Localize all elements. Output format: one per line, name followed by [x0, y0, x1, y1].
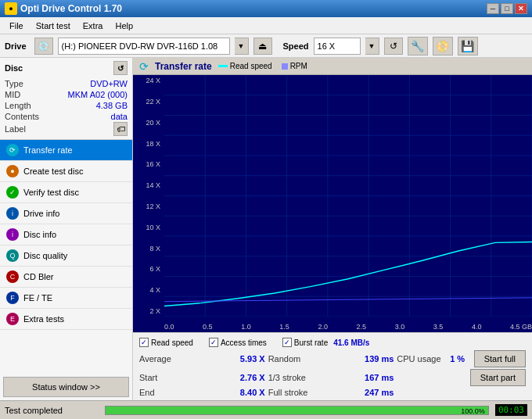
stats-stroke1-row: 1/3 stroke 167 ms	[268, 369, 397, 386]
stats-fullstroke-label: Full stroke	[268, 388, 308, 397]
main-layout: Disc ↺ Type DVD+RW MID MKM A02 (000) Len…	[0, 58, 532, 400]
stats-checkboxes: ✓ Read speed ✓ Access times ✓ Burst rate…	[139, 336, 526, 350]
stats-end-row: End 8.40 X	[139, 388, 268, 397]
y-label-16x: 16 X	[135, 160, 163, 168]
drive-bar: Drive 💿 (H:) PIONEER DVD-RW DVR-116D 1.0…	[0, 34, 532, 58]
create-test-disc-icon: ●	[6, 165, 19, 177]
drive-select[interactable]: (H:) PIONEER DVD-RW DVR-116D 1.08	[58, 38, 230, 55]
stats-average-label: Average	[139, 354, 171, 363]
y-label-20x: 20 X	[135, 119, 163, 127]
chart-svg	[164, 75, 532, 317]
checkbox-read-speed-label: Read speed	[151, 338, 193, 347]
verify-test-disc-icon: ✓	[6, 186, 19, 199]
x-label-45: 4.5 GB	[510, 323, 532, 331]
start-part-button[interactable]: Start part	[470, 369, 526, 386]
status-text: Test completed	[5, 406, 99, 415]
disc-info-icon: i	[6, 228, 19, 241]
disc-mid-row: MID MKM A02 (000)	[5, 89, 128, 100]
chart-title: Transfer rate	[155, 61, 212, 72]
nav-verify-test-disc-label: Verify test disc	[23, 188, 79, 197]
legend-rpm: RPM	[282, 62, 307, 70]
legend-read-speed-color	[218, 65, 228, 67]
speed-select[interactable]: 16 X	[314, 38, 361, 55]
legend-read-speed: Read speed	[218, 62, 272, 70]
burst-rate-value: 41.6 MB/s	[333, 338, 369, 347]
stats-end-value: 8.40 X	[240, 388, 265, 397]
fe-te-icon: F	[6, 292, 19, 304]
eject-button[interactable]: ⏏	[253, 38, 272, 55]
nav-disc-info[interactable]: i Disc info	[0, 224, 132, 245]
speed-dropdown-arrow[interactable]: ▼	[365, 38, 379, 55]
nav-create-test-disc[interactable]: ● Create test disc	[0, 161, 132, 182]
nav-disc-quality-label: Disc quality	[23, 251, 67, 260]
label-edit-button[interactable]: 🏷	[113, 122, 128, 136]
nav-transfer-rate[interactable]: ⟳ Transfer rate	[0, 140, 132, 161]
config-button[interactable]: 🔧	[408, 37, 428, 56]
progress-bar: 100.0%	[105, 406, 489, 415]
chart-header: ⟳ Transfer rate Read speed RPM	[133, 58, 532, 75]
drive-dropdown-arrow[interactable]: ▼	[235, 38, 249, 55]
y-label-12x: 12 X	[135, 202, 163, 210]
nav-fe-te-label: FE / TE	[23, 293, 52, 303]
close-button[interactable]: ✕	[515, 3, 527, 14]
x-label-15: 1.5	[279, 323, 289, 331]
start-part-cell: Start part	[397, 369, 526, 386]
disc-label-row: Label 🏷	[5, 122, 128, 136]
nav-cd-bler-label: CD Bler	[23, 272, 54, 281]
menu-file[interactable]: File	[3, 18, 30, 34]
y-label-14x: 14 X	[135, 181, 163, 189]
stats-fullstroke-value: 247 ms	[365, 388, 394, 397]
svg-line-21	[164, 298, 532, 302]
refresh-button[interactable]: ↺	[384, 38, 403, 55]
menu-help[interactable]: Help	[109, 18, 139, 34]
x-axis: 0.0 0.5 1.0 1.5 2.0 2.5 3.0 3.5 4.0 4.5 …	[164, 323, 532, 331]
disc-refresh-button[interactable]: ↺	[113, 61, 128, 75]
chart-refresh-icon: ⟳	[139, 60, 149, 73]
x-label-40: 4.0	[472, 323, 482, 331]
disc-panel: Disc ↺ Type DVD+RW MID MKM A02 (000) Len…	[0, 58, 132, 140]
nav-fe-te[interactable]: F FE / TE	[0, 288, 132, 309]
menu-extra[interactable]: Extra	[77, 18, 110, 34]
chart-legend: Read speed RPM	[218, 62, 307, 70]
y-label-18x: 18 X	[135, 140, 163, 148]
checkbox-access-times[interactable]: ✓ Access times	[209, 338, 267, 347]
menu-bar: File Start test Extra Help	[0, 17, 532, 34]
nav-drive-info-label: Drive info	[23, 209, 59, 218]
time-display: 00:03	[495, 404, 527, 416]
x-label-05: 0.5	[203, 323, 213, 331]
y-label-4x: 4 X	[135, 286, 163, 294]
drive-icon: 💿	[34, 38, 53, 55]
disc-contents-label: Contents	[5, 112, 39, 121]
nav-disc-quality[interactable]: Q Disc quality	[0, 245, 132, 267]
y-label-10x: 10 X	[135, 224, 163, 231]
checkbox-read-speed-mark: ✓	[139, 338, 149, 347]
status-window-button[interactable]: Status window >>	[3, 377, 129, 397]
save-button[interactable]: 💾	[458, 37, 478, 56]
progress-fill	[106, 406, 488, 414]
content-area: ⟳ Transfer rate Read speed RPM 2 X 4	[133, 58, 532, 400]
maximize-button[interactable]: □	[501, 3, 513, 14]
nav-items: ⟳ Transfer rate ● Create test disc ✓ Ver…	[0, 140, 132, 374]
checkbox-burst-rate[interactable]: ✓ Burst rate 41.6 MB/s	[282, 338, 370, 347]
stats-stroke1-value: 167 ms	[365, 373, 394, 382]
nav-verify-test-disc[interactable]: ✓ Verify test disc	[0, 182, 132, 203]
chart-container: ⟳ Transfer rate Read speed RPM 2 X 4	[133, 58, 532, 332]
start-full-button[interactable]: Start full	[474, 350, 526, 367]
x-label-25: 2.5	[357, 323, 367, 331]
drive-info-icon: i	[6, 207, 19, 220]
checkbox-access-times-label: Access times	[221, 338, 267, 347]
minimize-button[interactable]: ─	[487, 3, 499, 14]
y-label-2x: 2 X	[135, 307, 163, 315]
legend-read-speed-label: Read speed	[230, 62, 272, 70]
checkbox-burst-rate-mark: ✓	[282, 338, 292, 347]
x-label-10: 1.0	[241, 323, 251, 331]
nav-drive-info[interactable]: i Drive info	[0, 203, 132, 224]
stats-average-row: Average 5.93 X	[139, 350, 268, 367]
checkbox-read-speed[interactable]: ✓ Read speed	[139, 338, 193, 347]
menu-start-test[interactable]: Start test	[30, 18, 77, 34]
nav-cd-bler[interactable]: C CD Bler	[0, 267, 132, 288]
y-axis: 2 X 4 X 6 X 8 X 10 X 12 X 14 X 16 X 18 X…	[133, 75, 164, 317]
x-label-30: 3.0	[395, 323, 405, 331]
nav-extra-tests[interactable]: E Extra tests	[0, 309, 132, 330]
media-button[interactable]: 📀	[433, 37, 453, 56]
